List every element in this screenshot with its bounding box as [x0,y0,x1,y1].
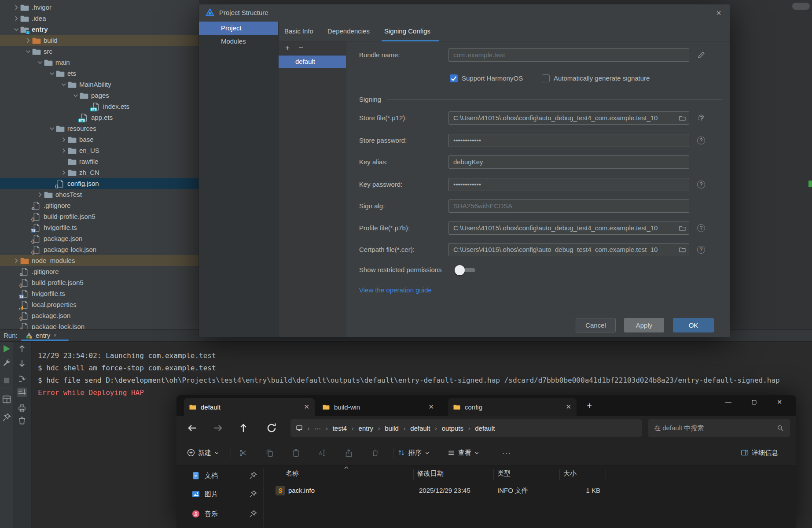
field-input[interactable]: C:\Users\41015\.ohos\config\auto_debug_t… [448,111,689,125]
tree-item[interactable]: main [0,57,199,68]
search-box[interactable]: 在 default 中搜索 [648,419,790,437]
apply-button[interactable]: Apply [624,318,664,332]
tree-item[interactable]: src [0,46,199,57]
chevron-right-icon[interactable] [12,4,20,11]
chevron-right-icon[interactable] [12,15,20,22]
delete-button[interactable] [368,446,382,459]
more-button[interactable]: ··· [502,446,511,459]
tree-item[interactable]: node_modules [0,255,199,266]
tree-item[interactable]: local.properties [0,299,199,310]
close-icon[interactable]: ✕ [304,403,309,411]
folder-browse-icon[interactable] [679,224,686,232]
tree-item[interactable]: zh_CN [0,167,199,178]
field-input[interactable]: •••••••••••• [448,134,689,147]
search-icon[interactable] [777,425,784,432]
tree-item[interactable]: MainAbility [0,79,199,90]
file-name[interactable]: pack.info [288,482,315,499]
tree-item[interactable]: ⊘.gitignore [0,200,199,211]
crumb-separator[interactable]: › [308,425,309,432]
pencil-icon[interactable] [697,51,705,59]
tree-item[interactable]: .idea [0,13,199,24]
rerun-button[interactable] [2,344,11,354]
bundle-name-field[interactable]: com.example.test [448,48,689,62]
chevron-down-icon[interactable] [36,59,44,66]
project-tree[interactable]: .hvigor.ideaentrybuildsrcmainetsMainAbil… [0,0,199,329]
sort-button[interactable]: 排序 [397,446,430,459]
sidebar-item-document[interactable]: 文档 [191,467,257,484]
sidebar-item-video[interactable]: 视频 [191,524,257,528]
settings-button[interactable] [2,358,11,368]
details-button[interactable]: 详细信息 [741,446,778,459]
explorer-tab-build-win[interactable]: build-win✕ [317,398,439,416]
chevron-down-icon[interactable] [48,125,56,133]
close-icon[interactable]: ✕ [428,403,434,411]
auto-generate-signature-checkbox[interactable] [542,74,550,82]
tree-item[interactable]: {}package-lock.json [0,321,199,329]
chevron-right-icon[interactable] [24,37,32,44]
tree-item[interactable]: ohosTest [0,189,199,200]
crumb-separator[interactable]: › [352,425,353,432]
folder-browse-icon[interactable] [679,246,686,253]
tree-item[interactable]: {}build-profile.json5 [0,211,199,222]
forward-icon[interactable] [212,422,224,434]
crumb-item[interactable]: entry [359,425,373,432]
fingerprint-icon[interactable] [697,114,705,122]
field-input[interactable]: C:\Users\41015\.ohos\config\auto_debug_t… [448,222,689,235]
field-input[interactable]: debugKey [448,155,689,169]
column-header[interactable]: 类型 [497,467,511,480]
close-icon[interactable]: × [53,332,57,339]
tree-item[interactable]: build [0,35,199,46]
trash-button[interactable] [17,416,27,425]
column-header[interactable]: 大小 [563,467,577,480]
close-icon[interactable]: × [713,7,724,18]
crumb-separator[interactable]: › [468,425,470,432]
column-divider[interactable] [606,469,606,480]
printer-button[interactable] [17,403,27,413]
crumb-item[interactable]: default [475,425,495,432]
help-icon[interactable]: ? [697,224,705,232]
chevron-down-icon[interactable] [12,26,20,33]
explorer-tab-config[interactable]: config✕ [448,398,577,416]
arrow-down-button[interactable] [17,358,27,368]
tree-item[interactable]: {}build-profile.json5 [0,277,199,288]
tree-item[interactable]: TShvigorfile.ts [0,222,199,233]
minimize-button[interactable]: — [718,395,739,409]
tree-item[interactable]: ⊘.gitignore [0,266,199,277]
config-item-default[interactable]: default [279,55,346,68]
tree-item[interactable]: {}package.json [0,233,199,244]
crumb-separator[interactable]: › [326,425,327,432]
tree-item[interactable]: ETSapp.ets [0,112,199,123]
close-icon[interactable]: ✕ [566,403,571,411]
tab-basic-info[interactable]: Basic Info [284,22,313,41]
scrollbar-thumb[interactable] [792,3,810,10]
tree-item[interactable]: {}config.json [0,178,199,189]
tree-item[interactable]: .hvigor [0,2,199,13]
chevron-right-icon[interactable] [60,147,68,155]
back-icon[interactable] [187,422,198,434]
field-input[interactable]: •••••••••••• [448,178,689,191]
column-divider[interactable] [493,469,494,480]
rename-button[interactable]: A [316,446,329,459]
tab-signing-configs[interactable]: Signing Configs [384,22,430,41]
folder-browse-icon[interactable] [679,114,686,122]
sidebar-item-music[interactable]: 音乐 [191,505,257,523]
chevron-right-icon[interactable] [60,136,68,144]
crumb-separator[interactable]: › [378,425,380,432]
view-button[interactable]: 查看 [448,446,479,459]
cancel-button[interactable]: Cancel [576,318,616,332]
pin-icon[interactable] [249,471,257,480]
breadcrumb[interactable]: ›···›test4›entry›build›default›outputs›d… [290,419,642,437]
help-icon[interactable]: ? [697,246,705,254]
sidebar-item-picture[interactable]: 图片 [191,485,257,503]
chevron-down-icon[interactable] [24,48,32,55]
column-header[interactable]: 修改日期 [417,467,444,480]
remove-config-button[interactable]: − [296,43,306,53]
chevron-down-icon[interactable] [60,81,68,89]
tree-item[interactable]: ETSindex.ets [0,101,199,112]
tree-item[interactable]: entry [0,24,199,35]
this-pc-icon[interactable] [296,425,303,432]
chevron-right-icon[interactable] [36,191,44,199]
tree-item[interactable]: {}package.json [0,310,199,321]
help-icon[interactable]: ? [697,181,705,188]
new-button[interactable]: 新建 [187,446,219,459]
